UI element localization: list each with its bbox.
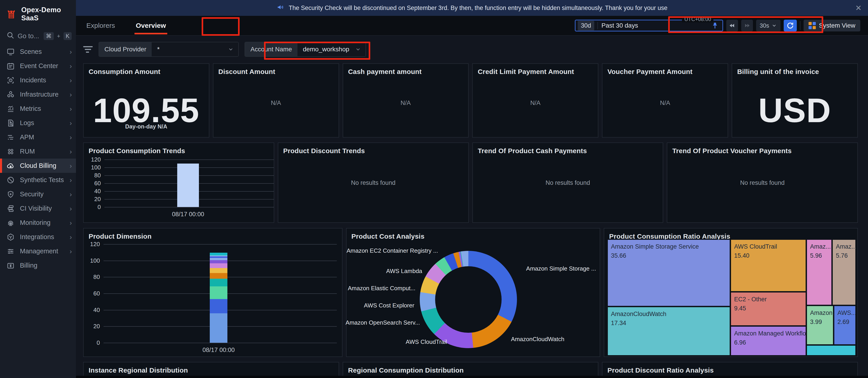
tab-overview[interactable]: Overview [125,16,176,35]
sidebar-item-incidents[interactable]: Incidents› [0,73,76,87]
no-results-text: No results found [278,179,468,186]
dimension-stacked-bar [210,244,227,343]
sidebar-item-management[interactable]: Management› [0,244,76,258]
donut-callout-label: AmazonCloudWatch17.34 (15.83%) [511,335,564,344]
tab-explorers[interactable]: Explorers [76,16,125,35]
treemap-node[interactable]: AWS CloudTrail15.40 [731,239,806,292]
ci-visibility-icon [6,204,15,213]
treemap-node-value: 6.96 [734,338,802,347]
refresh-interval-dropdown[interactable]: 30s [756,20,780,31]
chevron-right-icon: › [70,220,72,226]
stack-segment [210,273,227,279]
sidebar-item-label: CI Visibility [20,205,52,212]
cloud-provider-filter[interactable]: Cloud Provider * [98,42,239,57]
treemap-node-value: 2.69 [837,317,852,326]
sidebar-item-apm[interactable]: APM› [0,130,76,144]
app-logo[interactable]: Opex-Demo SaaS [0,0,76,28]
donut-ring [420,251,517,348]
sidebar-item-scenes[interactable]: Scenes› [0,45,76,59]
treemap-node[interactable]: Amazon Simple Storage Service35.66 [608,239,730,306]
treemap-node[interactable]: AWS...2.69 [834,306,856,345]
sidebar-item-label: Incidents [20,77,46,84]
stat-card-title: Voucher Payment Amount [608,68,692,76]
treemap-node[interactable]: AmazonCloudWatch17.34 [608,307,730,356]
treemap-node[interactable]: Amaz...5.76 [832,239,856,305]
sidebar: Opex-Demo SaaS Go to... ⌘ + K Scenes›Eve… [0,0,76,378]
account-name-filter[interactable]: Account Name demo_workshop [245,42,366,57]
pin-icon[interactable] [711,22,719,29]
plus-separator: + [57,33,60,39]
sidebar-item-label: Logs [20,119,34,127]
x-axis-label: 08/17 00:00 [203,347,235,354]
sidebar-item-synthetic-tests[interactable]: Synthetic Tests› [0,173,76,187]
sidebar-item-label: Scenes [20,48,42,55]
chevron-right-icon: › [70,148,72,155]
callout-name: AWS Cost Explorer [364,302,414,309]
product-dimension-chart: 12010080604020008/17 00:00 [84,229,342,356]
sidebar-item-metrics[interactable]: Metrics› [0,101,76,116]
sidebar-item-integrations[interactable]: Integrations› [0,230,76,244]
treemap-node[interactable]: Amazon Managed Workflo...6.96 [731,326,806,356]
chevron-down-icon [228,47,234,52]
panel-title: Product Discount Ratio Analysis [608,367,714,374]
treemap-node-value: 9.45 [734,304,802,313]
filter-icon[interactable] [83,46,93,53]
time-range-picker[interactable]: 30d Past 30 days UTC+08:00 [575,20,723,31]
time-back-button[interactable] [726,20,738,31]
y-axis-tick: 120 [85,156,101,163]
stat-card: Credit Limit Payment AmountN/A [472,63,598,138]
stat-card-value: USD [732,91,857,130]
sidebar-item-label: RUM [20,148,35,155]
goto-search[interactable]: Go to... ⌘ + K [0,28,76,45]
consumption-bar [177,164,199,207]
stack-segment [210,253,227,256]
account-name-filter-value: demo_workshop [303,46,349,53]
y-axis-tick: 80 [85,172,101,179]
treemap-node-label: Amaz... [810,242,828,251]
sidebar-item-event-center[interactable]: Event Center› [0,59,76,73]
stat-card-na-value: N/A [473,99,598,107]
stat-card: Cash payment amountN/A [343,63,469,138]
close-icon[interactable]: ✕ [855,3,862,12]
stat-card-title: Billing unit of the invoice [737,68,819,76]
sidebar-item-security[interactable]: Security› [0,187,76,201]
sidebar-item-label: Metrics [20,105,41,112]
sidebar-item-label: Monitoring [20,219,51,227]
sidebar-item-infrastructure[interactable]: Infrastructure› [0,87,76,101]
trend-panel: Trend Of Product Voucher PaymentsNo resu… [667,143,858,223]
treemap-node[interactable]: Amazon...3.99 [807,306,833,345]
treemap-node[interactable] [807,345,856,356]
system-view-button[interactable]: System View [804,20,860,31]
sidebar-item-billing[interactable]: Billing [0,258,76,272]
sidebar-item-rum[interactable]: RUM› [0,144,76,158]
stack-segment [210,263,227,268]
sidebar-item-ci-visibility[interactable]: CI Visibility› [0,201,76,215]
time-forward-button[interactable] [741,20,753,31]
stack-segment [210,256,227,256]
sidebar-item-label: APM [20,134,34,141]
callout-name: Amazon OpenSearch Serv... [346,319,420,326]
owl-logo-icon [5,8,17,20]
cloud-provider-filter-label: Cloud Provider [99,42,152,56]
treemap-node-label: AWS CloudTrail [734,242,802,251]
callout-name: Amazon EC2 Container Registry ... [346,247,438,254]
treemap-node[interactable]: EC2 - Other9.45 [731,292,806,326]
time-range-label: Past 30 days [601,22,638,29]
sidebar-item-logs[interactable]: Logs› [0,116,76,130]
stat-card-na-value: N/A [343,99,468,107]
announcement-banner: The Security Check will be discontinued … [76,0,868,16]
tab-bar: ExplorersOverview [76,16,176,35]
scenes-icon [6,48,15,56]
y-axis-tick: 20 [84,323,100,330]
search-icon [6,31,14,41]
panel-title: Product Consumption Trends [89,147,185,155]
trend-panel: Product Discount TrendsNo results found [278,143,469,223]
sidebar-item-cloud-billing[interactable]: Cloud Billing› [0,158,76,173]
sidebar-item-monitoring[interactable]: Monitoring› [0,215,76,230]
chevron-right-icon: › [70,120,72,126]
event-center-icon [6,62,15,70]
treemap-node[interactable]: Amaz...5.96 [807,239,832,305]
goto-label: Go to... [18,32,39,40]
stack-segment [210,260,227,263]
refresh-button[interactable] [784,20,797,31]
